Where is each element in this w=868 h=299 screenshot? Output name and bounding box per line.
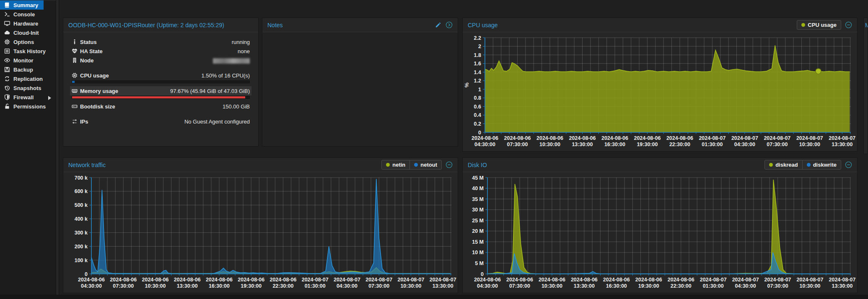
svg-text:2024-08-07: 2024-08-07 — [430, 277, 456, 283]
sidebar-splitter[interactable] — [56, 0, 59, 299]
redacted-node-name — [213, 58, 250, 64]
svg-text:20 M: 20 M — [472, 228, 484, 234]
sidebar-item-options[interactable]: Options — [0, 37, 56, 46]
status-row-label: Node — [80, 57, 213, 64]
svg-text:10:30:00: 10:30:00 — [400, 283, 421, 289]
legend-label: diskread — [775, 162, 798, 168]
svg-text:1.2: 1.2 — [474, 78, 481, 84]
svg-text:10:30:00: 10:30:00 — [800, 283, 821, 289]
svg-text:40 M: 40 M — [472, 186, 484, 191]
status-row-memory-usage: Memory usage 97.67% (45.94 GiB of 47.03 … — [70, 86, 251, 95]
row-spacer — [70, 111, 251, 117]
svg-text:04:30:00: 04:30:00 — [477, 283, 498, 289]
cpu-usage-chart: 00.20.40.60.811.21.41.61.822.22024-08-06… — [463, 33, 857, 151]
row-spacer — [70, 65, 251, 71]
sidebar-item-label: Summary — [13, 2, 38, 8]
sidebar-item-snapshots[interactable]: Snapshots — [0, 83, 56, 93]
svg-text:2024-08-07: 2024-08-07 — [764, 277, 791, 283]
arrows-icon — [72, 119, 80, 124]
svg-text:16:30:00: 16:30:00 — [606, 283, 627, 289]
legend-item-diskwrite[interactable]: diskwrite — [802, 160, 841, 169]
notes-title: Notes — [267, 22, 434, 28]
heartbeat-icon — [72, 48, 80, 54]
svg-text:2024-08-06: 2024-08-06 — [142, 277, 169, 283]
network-traffic-chart: 0100 k200 k300 k400 k500 k600 k700 k2024… — [64, 173, 457, 292]
svg-text:2024-08-07: 2024-08-07 — [302, 277, 329, 283]
svg-text:2024-08-06: 2024-08-06 — [539, 277, 565, 283]
svg-text:13:30:00: 13:30:00 — [574, 283, 595, 289]
svg-text:10:30:00: 10:30:00 — [799, 142, 820, 147]
svg-text:2024-08-06: 2024-08-06 — [536, 135, 563, 141]
collapse-notes-icon[interactable] — [445, 21, 453, 29]
network-chart-title: Network traffic — [68, 162, 381, 168]
disk-chart-collapse-legend-icon[interactable] — [845, 161, 852, 169]
cpu-usage-bar — [72, 80, 250, 83]
svg-text:07:30:00: 07:30:00 — [507, 142, 528, 147]
svg-text:300 k: 300 k — [75, 230, 88, 236]
sidebar-item-label: Options — [13, 39, 34, 45]
svg-text:07:30:00: 07:30:00 — [767, 283, 788, 289]
edit-notes-icon[interactable] — [434, 21, 442, 29]
sidebar-item-label: Replication — [13, 76, 43, 82]
sidebar-item-monitor[interactable]: Monitor — [0, 56, 56, 65]
status-row-label: IPs — [80, 119, 184, 125]
svg-text:16:30:00: 16:30:00 — [604, 142, 625, 147]
sidebar-item-summary[interactable]: Summary — [0, 0, 44, 10]
sidebar-item-replication[interactable]: Replication — [0, 74, 56, 83]
status-row-ha-state: HA State none — [70, 46, 251, 56]
svg-text:0.8: 0.8 — [474, 95, 481, 101]
svg-text:07:30:00: 07:30:00 — [767, 142, 788, 147]
svg-text:0: 0 — [481, 271, 484, 277]
sidebar-item-label: Snapshots — [13, 85, 41, 91]
notes-panel-header: Notes — [262, 18, 458, 32]
legend-item-cpu-usage[interactable]: CPU usage — [797, 21, 841, 29]
legend-item-netin[interactable]: netin — [382, 160, 409, 169]
svg-text:200 k: 200 k — [75, 244, 88, 250]
submenu-caret-icon — [48, 95, 51, 99]
sidebar-item-permissions[interactable]: Permissions — [0, 102, 56, 111]
sidebar-item-label: Cloud-Init — [13, 30, 39, 36]
vm-status-panel-header: OODB-HC-000-W01-DPISRouter (Uptime: 2 da… — [63, 18, 258, 32]
sidebar-menu: Summary Console Hardware Cloud-Init Opti… — [0, 0, 56, 299]
sidebar-item-hardware[interactable]: Hardware — [0, 19, 56, 28]
status-row-bootdisk-size: Bootdisk size 150.00 GiB — [70, 102, 251, 111]
network-chart-collapse-legend-icon[interactable] — [445, 161, 453, 169]
svg-text:5 M: 5 M — [475, 260, 484, 266]
unlock-icon — [4, 103, 10, 110]
sidebar-item-label: Hardware — [13, 21, 38, 27]
notes-content[interactable] — [262, 32, 458, 146]
list-icon — [4, 48, 10, 54]
memory-usage-bar — [72, 96, 250, 99]
legend-item-netout[interactable]: netout — [409, 160, 441, 169]
cloud-icon — [4, 29, 10, 36]
disk-io-chart-panel: Disk IO diskread diskwrite 05 M10 M15 M2… — [462, 157, 858, 293]
svg-text:01:30:00: 01:30:00 — [305, 283, 326, 289]
svg-text:1.4: 1.4 — [474, 70, 481, 75]
horizontal-scrollbar[interactable] — [0, 295, 868, 299]
vm-title: OODB-HC-000-W01-DPISRouter (Uptime: 2 da… — [68, 22, 253, 28]
sidebar-item-cloud-init[interactable]: Cloud-Init — [0, 28, 56, 37]
sidebar-item-label: Task History — [13, 48, 46, 54]
sync-icon — [4, 75, 10, 82]
sidebar-item-firewall[interactable]: Firewall — [0, 93, 56, 102]
cpu-icon — [72, 72, 80, 78]
svg-text:500 k: 500 k — [75, 202, 88, 208]
svg-text:16:30:00: 16:30:00 — [209, 283, 230, 289]
svg-text:2024-08-06: 2024-08-06 — [635, 277, 662, 283]
sidebar-item-console[interactable]: Console — [0, 10, 56, 19]
svg-text:0: 0 — [85, 271, 88, 277]
legend-dot — [807, 163, 811, 167]
sidebar-item-label: Backup — [13, 67, 33, 73]
svg-text:2024-08-06: 2024-08-06 — [206, 277, 233, 283]
svg-text:2024-08-06: 2024-08-06 — [603, 277, 630, 283]
svg-text:2024-08-07: 2024-08-07 — [334, 277, 360, 283]
cpu-chart-collapse-legend-icon[interactable] — [845, 21, 852, 29]
svg-text:2024-08-07: 2024-08-07 — [796, 135, 823, 141]
sidebar-item-task-history[interactable]: Task History — [0, 46, 56, 56]
disk-chart-title: Disk IO — [468, 162, 764, 168]
legend-item-diskread[interactable]: diskread — [765, 160, 802, 169]
svg-text:2.2: 2.2 — [474, 35, 481, 41]
svg-text:30 M: 30 M — [472, 207, 484, 213]
sidebar-item-backup[interactable]: Backup — [0, 65, 56, 74]
svg-text:0: 0 — [478, 130, 481, 136]
